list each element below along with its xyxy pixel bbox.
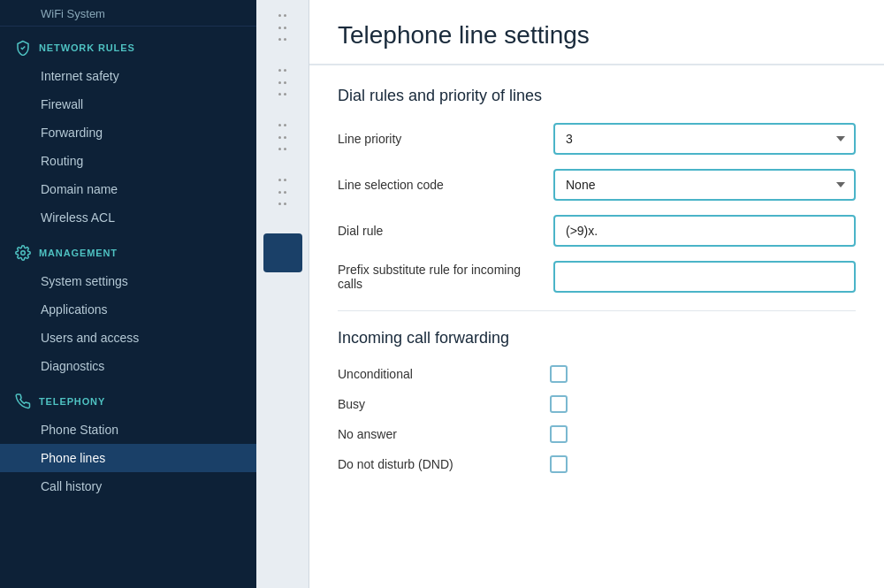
line-priority-row: Line priority 1 2 3 4 5 — [338, 123, 856, 155]
no-answer-row: No answer — [338, 425, 856, 443]
unconditional-checkbox[interactable] — [550, 365, 568, 383]
middle-selected-item[interactable] — [263, 233, 302, 272]
line-selection-code-select-wrapper: None 0 9 — [553, 169, 856, 201]
line-priority-select[interactable]: 1 2 3 4 5 — [553, 123, 856, 155]
telephony-section-header: TELEPHONY — [0, 380, 256, 416]
drag-handle-1 — [276, 14, 290, 41]
sidebar-item-wireless-acl[interactable]: Wireless ACL — [0, 203, 256, 232]
sidebar-item-applications[interactable]: Applications — [0, 295, 256, 324]
dial-rule-input[interactable] — [553, 215, 856, 247]
busy-checkbox[interactable] — [550, 395, 568, 413]
phone-icon — [14, 393, 32, 410]
shield-icon — [14, 39, 32, 57]
line-priority-select-wrapper: 1 2 3 4 5 — [553, 123, 856, 155]
no-answer-label: No answer — [338, 427, 532, 441]
sidebar-item-firewall[interactable]: Firewall — [0, 90, 256, 118]
network-rules-section-header: NETWORK RULES — [0, 27, 256, 62]
line-priority-label: Line priority — [338, 132, 532, 146]
line-selection-code-label: Line selection code — [338, 178, 532, 192]
busy-row: Busy — [338, 395, 856, 413]
dnd-checkbox[interactable] — [550, 455, 568, 473]
drag-handle-3 — [276, 124, 290, 150]
busy-label: Busy — [338, 397, 532, 411]
section2-title: Incoming call forwarding — [338, 329, 856, 347]
sidebar-item-phone-station[interactable]: Phone Station — [0, 416, 256, 444]
drag-handle-4 — [276, 179, 290, 205]
sidebar-item-internet-safety[interactable]: Internet safety — [0, 62, 256, 90]
sidebar-item-users-and-access[interactable]: Users and access — [0, 324, 256, 352]
page-title: Telephone line settings — [338, 21, 856, 50]
line-selection-code-row: Line selection code None 0 9 — [338, 169, 856, 201]
sidebar-item-system-settings[interactable]: System settings — [0, 267, 256, 295]
unconditional-row: Unconditional — [338, 365, 856, 383]
dnd-label: Do not disturb (DND) — [338, 457, 532, 471]
page-header: Telephone line settings — [309, 0, 884, 65]
line-selection-code-wrapper: None 0 9 — [553, 169, 856, 201]
sidebar: WiFi System NETWORK RULES Internet safet… — [0, 0, 256, 588]
sidebar-item-routing[interactable]: Routing — [0, 147, 256, 175]
sidebar-item-domain-name[interactable]: Domain name — [0, 175, 256, 203]
dial-rule-label: Dial rule — [338, 224, 532, 238]
dial-rule-wrapper — [553, 215, 856, 247]
content-body: Dial rules and priority of lines Line pr… — [309, 65, 884, 507]
no-answer-checkbox[interactable] — [550, 425, 568, 443]
prefix-substitute-label: Prefix substitute rule for incoming call… — [338, 263, 532, 291]
sidebar-item-phone-lines[interactable]: Phone lines — [0, 444, 256, 472]
drag-handle-2 — [276, 69, 290, 95]
unconditional-label: Unconditional — [338, 367, 532, 381]
svg-point-0 — [21, 251, 26, 256]
line-priority-wrapper: 1 2 3 4 5 — [553, 123, 856, 155]
middle-panel — [256, 0, 309, 588]
main-content: Telephone line settings Dial rules and p… — [309, 0, 884, 588]
prefix-substitute-wrapper — [553, 261, 856, 293]
sidebar-item-diagnostics[interactable]: Diagnostics — [0, 352, 256, 380]
gear-icon — [14, 244, 32, 262]
sidebar-item-forwarding[interactable]: Forwarding — [0, 118, 256, 147]
section1-title: Dial rules and priority of lines — [338, 87, 856, 105]
network-rules-header-label: NETWORK RULES — [39, 42, 135, 53]
sidebar-item-call-history[interactable]: Call history — [0, 472, 256, 500]
management-header-label: MANAGEMENT — [39, 248, 118, 258]
management-section-header: MANAGEMENT — [0, 232, 256, 267]
prefix-substitute-row: Prefix substitute rule for incoming call… — [338, 261, 856, 293]
telephony-header-label: TELEPHONY — [39, 396, 105, 407]
sidebar-wifi-label: WiFi System — [0, 0, 256, 27]
prefix-substitute-input[interactable] — [553, 261, 856, 293]
dial-rule-row: Dial rule — [338, 215, 856, 247]
section-divider — [338, 310, 856, 311]
line-selection-code-select[interactable]: None 0 9 — [553, 169, 856, 201]
dnd-row: Do not disturb (DND) — [338, 455, 856, 473]
